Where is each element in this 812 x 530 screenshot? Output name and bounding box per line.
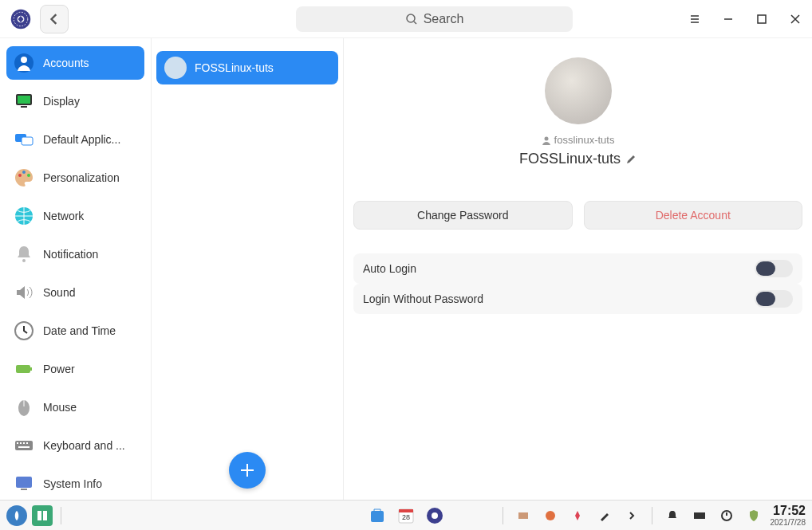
user-list: FOSSLinux-tuts bbox=[152, 38, 343, 500]
back-button[interactable] bbox=[40, 5, 69, 33]
avatar-icon bbox=[164, 57, 187, 79]
sidebar-item-label: Default Applic... bbox=[43, 133, 120, 146]
sidebar-item-notification[interactable]: Notification bbox=[6, 238, 144, 271]
svg-rect-35 bbox=[399, 509, 413, 512]
sidebar-item-mouse[interactable]: Mouse bbox=[6, 391, 144, 424]
tray-icon-2[interactable] bbox=[540, 505, 561, 526]
minimize-button[interactable] bbox=[721, 12, 735, 26]
svg-rect-11 bbox=[22, 137, 33, 145]
sidebar-item-label: Accounts bbox=[43, 57, 89, 69]
sidebar-item-keyboard[interactable]: Keyboard and ... bbox=[6, 429, 144, 462]
delete-account-button[interactable]: Delete Account bbox=[584, 201, 803, 230]
sidebar-item-network[interactable]: Network bbox=[6, 199, 144, 233]
avatar[interactable] bbox=[545, 57, 612, 124]
auto-login-row: Auto Login bbox=[353, 253, 802, 284]
sidebar-item-accounts[interactable]: Accounts bbox=[6, 46, 144, 80]
personalization-icon bbox=[13, 167, 35, 189]
sidebar-item-label: Notification bbox=[43, 248, 98, 261]
tray-notification-icon[interactable] bbox=[662, 505, 683, 526]
sidebar-item-label: Keyboard and ... bbox=[43, 439, 125, 452]
tray-calendar-icon[interactable]: 28 bbox=[396, 505, 416, 526]
sidebar-item-date-time[interactable]: Date and Time bbox=[6, 314, 144, 347]
sidebar-item-sound[interactable]: Sound bbox=[6, 276, 144, 309]
add-user-button[interactable] bbox=[229, 452, 266, 489]
display-name[interactable]: FOSSLinux-tuts bbox=[353, 151, 802, 167]
svg-point-6 bbox=[21, 57, 27, 63]
svg-rect-31 bbox=[37, 511, 41, 520]
mouse-icon bbox=[13, 396, 35, 418]
search-input[interactable]: Search bbox=[296, 6, 573, 32]
svg-rect-28 bbox=[21, 489, 27, 490]
svg-point-14 bbox=[27, 174, 30, 177]
user-list-item-name: FOSSLinux-tuts bbox=[195, 61, 274, 74]
sidebar-item-label: Network bbox=[43, 210, 84, 222]
svg-point-12 bbox=[18, 174, 22, 177]
sidebar-item-label: Sound bbox=[43, 286, 75, 299]
launcher-icon[interactable] bbox=[6, 505, 27, 526]
search-placeholder: Search bbox=[424, 12, 464, 26]
auto-login-label: Auto Login bbox=[363, 262, 416, 275]
clock-date: 2021/7/28 bbox=[771, 518, 806, 527]
keyboard-icon bbox=[13, 434, 35, 457]
svg-text:28: 28 bbox=[402, 513, 410, 521]
clock[interactable]: 17:52 2021/7/28 bbox=[771, 504, 806, 527]
svg-rect-41 bbox=[694, 512, 705, 519]
svg-rect-23 bbox=[20, 442, 22, 444]
menu-button[interactable] bbox=[688, 12, 702, 26]
titlebar: Search bbox=[0, 0, 812, 38]
plus-icon bbox=[238, 461, 256, 479]
sidebar: Accounts Display Default Applic... Perso… bbox=[0, 38, 151, 500]
sound-icon bbox=[13, 281, 35, 304]
svg-point-13 bbox=[22, 171, 26, 174]
svg-rect-24 bbox=[23, 442, 25, 444]
svg-rect-9 bbox=[21, 106, 27, 108]
chevron-left-icon bbox=[49, 14, 60, 25]
auto-login-toggle[interactable] bbox=[755, 260, 793, 277]
default-apps-icon bbox=[13, 128, 35, 151]
sidebar-item-display[interactable]: Display bbox=[6, 84, 144, 118]
sidebar-item-label: Power bbox=[43, 363, 75, 375]
tray-settings-icon[interactable] bbox=[424, 505, 445, 526]
tray-app-store-icon[interactable] bbox=[367, 505, 388, 526]
sidebar-item-power[interactable]: Power bbox=[6, 352, 144, 386]
sidebar-item-personalization[interactable]: Personalization bbox=[6, 161, 144, 194]
svg-rect-39 bbox=[518, 512, 528, 519]
sidebar-item-label: Personalization bbox=[43, 171, 120, 184]
username-label: fosslinux-tuts bbox=[353, 134, 802, 146]
tray-expand-icon[interactable] bbox=[621, 505, 642, 526]
accounts-icon bbox=[13, 52, 35, 74]
svg-point-16 bbox=[22, 259, 26, 262]
display-icon bbox=[13, 90, 35, 112]
svg-point-38 bbox=[432, 512, 438, 519]
clock-time: 17:52 bbox=[771, 504, 806, 518]
svg-rect-27 bbox=[16, 477, 32, 488]
svg-point-3 bbox=[407, 14, 415, 22]
login-without-password-row: Login Without Password bbox=[353, 284, 802, 314]
svg-rect-4 bbox=[758, 15, 766, 23]
tray-icon-brush[interactable] bbox=[594, 505, 615, 526]
change-password-button[interactable]: Change Password bbox=[353, 201, 573, 230]
user-icon bbox=[542, 135, 551, 145]
tray-icon-3[interactable] bbox=[567, 505, 588, 526]
svg-rect-18 bbox=[16, 365, 30, 373]
tray-icon-1[interactable] bbox=[513, 505, 534, 526]
multitask-icon[interactable] bbox=[32, 505, 53, 526]
svg-rect-21 bbox=[15, 441, 33, 450]
sidebar-item-system-info[interactable]: System Info bbox=[6, 467, 144, 501]
search-icon bbox=[405, 13, 418, 26]
svg-rect-26 bbox=[18, 446, 30, 448]
close-button[interactable] bbox=[788, 12, 802, 26]
user-list-item[interactable]: FOSSLinux-tuts bbox=[156, 51, 338, 84]
notification-icon bbox=[13, 243, 35, 265]
login-without-password-toggle[interactable] bbox=[755, 290, 793, 308]
svg-point-40 bbox=[546, 511, 555, 520]
login-without-password-label: Login Without Password bbox=[363, 292, 483, 305]
tray-keyboard-icon[interactable] bbox=[689, 505, 710, 526]
sidebar-item-default-apps[interactable]: Default Applic... bbox=[6, 123, 144, 156]
tray-shield-icon[interactable] bbox=[743, 505, 764, 526]
taskbar: 28 17:52 2021/7/28 bbox=[0, 500, 812, 530]
maximize-button[interactable] bbox=[755, 12, 769, 26]
tray-power-icon[interactable] bbox=[716, 505, 737, 526]
svg-rect-32 bbox=[43, 511, 47, 520]
power-icon bbox=[13, 358, 35, 380]
